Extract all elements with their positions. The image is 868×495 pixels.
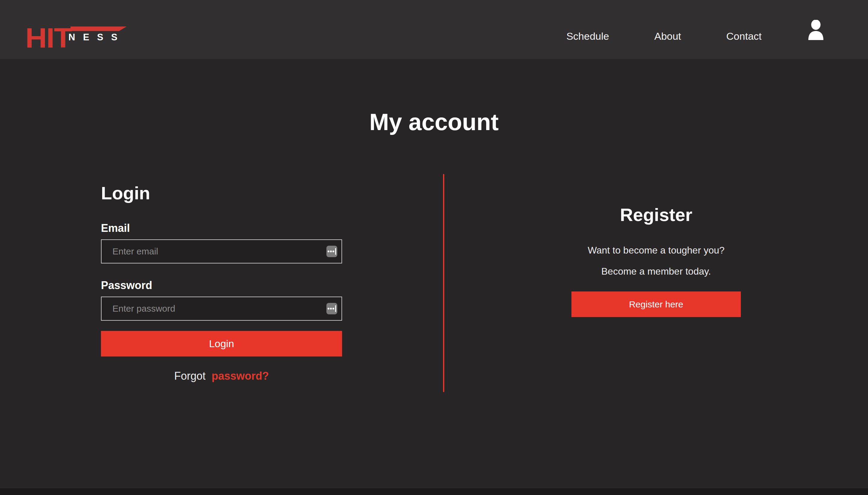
- password-field-wrapper: [101, 296, 342, 321]
- header: HIT NESS Schedule About Contact: [0, 0, 868, 59]
- nav-item-schedule[interactable]: Schedule: [566, 30, 609, 42]
- account-page: HIT NESS Schedule About Contact My accou…: [0, 0, 868, 495]
- main-nav: Schedule About Contact: [566, 0, 825, 59]
- password-input[interactable]: [101, 296, 342, 321]
- register-tagline-2: Become a member today.: [540, 265, 773, 278]
- email-field-wrapper: [101, 239, 342, 263]
- brand-logo[interactable]: HIT NESS: [25, 26, 128, 48]
- forgot-prefix: Forgot: [174, 370, 206, 382]
- register-tagline-1: Want to become a tougher you?: [540, 244, 773, 257]
- nav-item-about[interactable]: About: [654, 30, 681, 42]
- register-heading: Register: [540, 205, 773, 225]
- logo-hit-text: HIT: [25, 24, 72, 52]
- login-heading: Login: [101, 184, 150, 203]
- footer-bar: [0, 489, 868, 495]
- login-button[interactable]: Login: [101, 331, 342, 357]
- register-button[interactable]: Register here: [571, 291, 741, 317]
- email-input[interactable]: [101, 239, 342, 263]
- password-label: Password: [101, 279, 152, 291]
- autofill-icon[interactable]: [326, 246, 337, 257]
- logo-ness-text: NESS: [68, 32, 125, 43]
- autofill-icon[interactable]: [326, 303, 337, 314]
- page-title: My account: [0, 108, 868, 136]
- forgot-password-line: Forgot password?: [101, 370, 342, 382]
- email-label: Email: [101, 222, 130, 234]
- user-icon: [807, 20, 825, 40]
- account-button[interactable]: [807, 20, 825, 40]
- forgot-password-link[interactable]: password?: [212, 370, 269, 382]
- nav-item-contact[interactable]: Contact: [726, 30, 761, 42]
- section-divider: [443, 174, 444, 392]
